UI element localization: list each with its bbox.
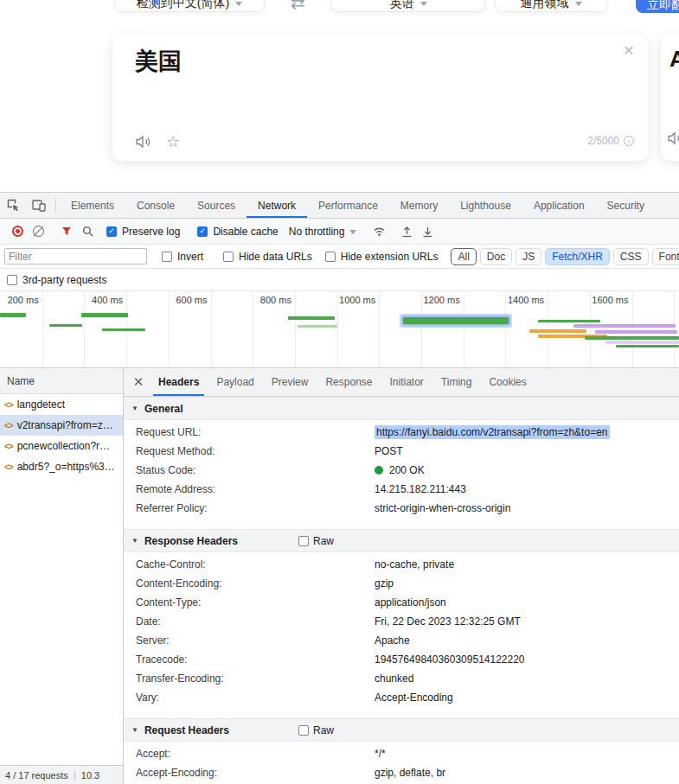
tab-application[interactable]: Application: [522, 193, 596, 218]
filter-pill-fetchxhr[interactable]: Fetch/XHR: [545, 248, 610, 265]
filter-pill-css[interactable]: CSS: [613, 248, 649, 265]
throttling-select[interactable]: No throttling: [289, 226, 357, 238]
raw-toggle[interactable]: Raw: [298, 724, 334, 736]
import-har-icon[interactable]: [396, 221, 417, 242]
domain-dropdown[interactable]: 通用领域: [495, 0, 607, 12]
chevron-down-icon: [575, 2, 582, 6]
clear-input-icon[interactable]: ×: [624, 40, 634, 61]
hide-data-urls-checkbox[interactable]: [223, 252, 234, 262]
tab-network[interactable]: Network: [247, 193, 307, 218]
section-header[interactable]: ▼Response HeadersRaw: [124, 529, 679, 552]
waterfall-bar: [102, 328, 145, 331]
grid-line: [590, 291, 591, 367]
tab-console[interactable]: Console: [125, 193, 186, 218]
detail-tab-response[interactable]: Response: [317, 368, 381, 396]
hide-data-urls-toggle[interactable]: Hide data URLs: [223, 251, 312, 263]
raw-toggle[interactable]: Raw: [298, 535, 334, 547]
hide-extension-urls-checkbox[interactable]: [325, 252, 336, 262]
raw-checkbox[interactable]: [298, 536, 309, 546]
speaker-icon[interactable]: [668, 131, 679, 149]
source-language-dropdown[interactable]: 检测到中文(简体): [114, 0, 265, 12]
header-name: Status Code:: [136, 464, 375, 476]
header-row: Accept-Encoding:gzip, deflate, br: [124, 763, 679, 782]
export-har-icon[interactable]: [417, 221, 438, 242]
detail-tabs: HeadersPayloadPreviewResponseInitiatorTi…: [150, 368, 535, 396]
invert-checkbox[interactable]: [162, 252, 172, 262]
header-row: Tracecode:19457649840360309514122220: [124, 650, 679, 669]
section-rows: Accept:*/*Accept-Encoding:gzip, deflate,…: [124, 742, 679, 782]
hide-extension-urls-toggle[interactable]: Hide extension URLs: [325, 251, 439, 263]
header-row: Status Code:200 OK: [124, 461, 679, 480]
grid-line: [253, 291, 253, 367]
detail-tab-preview[interactable]: Preview: [263, 368, 317, 396]
disable-cache-toggle[interactable]: ✓ Disable cache: [197, 226, 278, 238]
header-name: Vary:: [136, 692, 375, 704]
filter-pill-doc[interactable]: Doc: [480, 248, 512, 265]
preserve-log-checkbox[interactable]: ✓: [106, 226, 117, 237]
filter-input[interactable]: [4, 248, 147, 265]
detail-tab-timing[interactable]: Timing: [432, 368, 481, 396]
filter-pill-js[interactable]: JS: [516, 248, 541, 265]
source-language-label: 检测到中文(简体): [137, 0, 229, 10]
detail-tab-cookies[interactable]: Cookies: [480, 368, 535, 396]
favorite-star-icon[interactable]: ☆: [166, 132, 180, 151]
translate-button-label: 立即翻译: [647, 0, 679, 12]
network-filter-row: Invert Hide data URLs Hide extension URL…: [0, 245, 679, 269]
target-language-dropdown[interactable]: 英语: [331, 0, 485, 12]
tab-lighthouse[interactable]: Lighthouse: [449, 193, 522, 218]
tab-performance[interactable]: Performance: [307, 193, 389, 218]
translate-button[interactable]: 立即翻译: [636, 0, 679, 13]
close-icon[interactable]: ✕: [127, 374, 150, 390]
network-conditions-icon[interactable]: [368, 221, 389, 242]
search-icon[interactable]: [77, 221, 98, 242]
header-name: Cache-Control:: [136, 558, 375, 570]
raw-checkbox[interactable]: [298, 725, 309, 736]
filter-pill-font[interactable]: Font: [652, 248, 679, 265]
header-value: Fri, 22 Dec 2023 12:32:25 GMT: [375, 615, 521, 628]
request-list-header[interactable]: Name: [0, 368, 123, 394]
third-party-checkbox[interactable]: [7, 275, 17, 285]
waterfall-bar: [585, 336, 679, 340]
tab-elements[interactable]: Elements: [60, 193, 125, 218]
disable-cache-checkbox[interactable]: ✓: [197, 226, 208, 237]
request-name: abdr5?_o=https%3…: [17, 461, 115, 473]
tab-security[interactable]: Security: [596, 193, 656, 218]
speaker-icon[interactable]: [136, 135, 152, 149]
record-network-log-icon[interactable]: [7, 221, 28, 242]
header-value: 19457649840360309514122220: [375, 653, 525, 666]
detail-tab-headers[interactable]: Headers: [150, 368, 208, 396]
detail-tab-payload[interactable]: Payload: [208, 368, 262, 396]
swap-languages-icon[interactable]: ⇄: [291, 0, 305, 13]
clear-network-log-icon[interactable]: [28, 221, 48, 242]
request-row[interactable]: <>abdr5?_o=https%3…: [0, 456, 123, 477]
tab-sources[interactable]: Sources: [186, 193, 247, 218]
filter-funnel-icon[interactable]: [56, 221, 77, 242]
grid-line: [379, 291, 380, 367]
header-name: Tracecode:: [136, 653, 375, 666]
header-row: Content-Encoding:gzip: [124, 574, 679, 593]
section-header[interactable]: ▼Request HeadersRaw: [124, 718, 679, 742]
header-row: Referrer Policy:strict-origin-when-cross…: [124, 499, 679, 518]
device-toolbar-icon[interactable]: [26, 193, 52, 218]
preserve-log-toggle[interactable]: ✓ Preserve log: [106, 226, 180, 238]
network-overview-waterfall[interactable]: 200 ms400 ms600 ms800 ms1000 ms1200 ms14…: [0, 291, 679, 368]
hide-extension-urls-label: Hide extension URLs: [341, 251, 439, 263]
request-row[interactable]: <>v2transapi?from=z…: [0, 415, 123, 436]
inspect-element-icon[interactable]: [0, 193, 26, 218]
request-row[interactable]: <>langdetect: [0, 394, 123, 415]
section-title: Response Headers: [144, 535, 238, 547]
raw-label: Raw: [313, 724, 334, 736]
header-value: gzip: [375, 577, 394, 590]
filter-pill-all[interactable]: All: [451, 248, 476, 265]
source-text-card[interactable]: 美国 × ☆ 2/5000 i: [112, 35, 648, 161]
request-row[interactable]: <>pcnewcollection?r…: [0, 436, 123, 456]
request-type-filters: AllDocJSFetch/XHRCSSFont: [451, 248, 679, 265]
detail-tab-initiator[interactable]: Initiator: [381, 368, 432, 396]
header-row: Accept:*/*: [124, 744, 679, 763]
tab-memory[interactable]: Memory: [389, 193, 449, 218]
source-text[interactable]: 美国: [135, 46, 182, 77]
invert-toggle[interactable]: Invert: [162, 251, 203, 263]
name-column-label: Name: [7, 375, 35, 387]
waterfall-bar: [529, 329, 586, 333]
section-header[interactable]: ▼General: [124, 397, 679, 420]
